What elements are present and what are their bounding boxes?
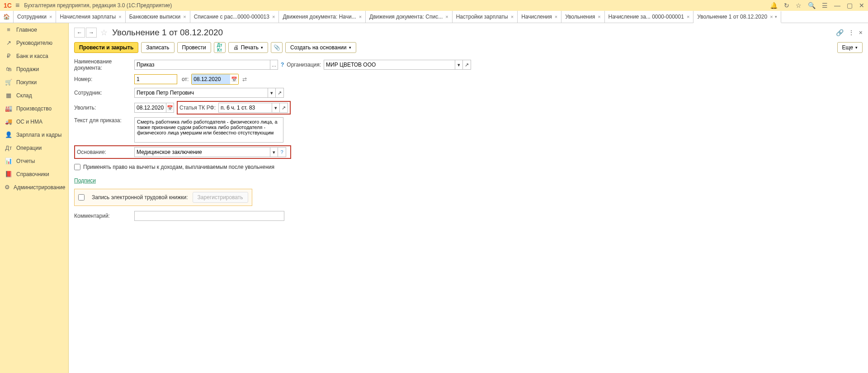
gear-icon: ⚙ (5, 184, 10, 191)
order-text-input[interactable] (134, 117, 283, 143)
doc-name-label: Наименование документа: (74, 58, 134, 71)
doc-name-input[interactable] (134, 60, 270, 70)
chevron-down-icon[interactable]: ▾ (270, 147, 278, 157)
close-icon[interactable]: ✕ (859, 2, 864, 9)
chevron-down-icon[interactable]: ▾ (455, 60, 463, 70)
close-icon[interactable]: × (49, 14, 52, 19)
article-input[interactable] (218, 103, 272, 113)
org-input[interactable] (324, 60, 455, 70)
sidebar-item-assets[interactable]: 🚚ОС и НМА (0, 115, 68, 128)
history-icon[interactable]: ↻ (784, 2, 789, 9)
doc-title: Увольнение 1 от 08.12.2020 (112, 28, 836, 38)
close-icon[interactable]: × (272, 14, 275, 19)
elec-record-label: Запись электронной трудовой книжки: (92, 194, 188, 201)
close-icon[interactable]: × (770, 14, 773, 19)
bell-icon[interactable]: 🔔 (770, 2, 778, 9)
sidebar-item-sales[interactable]: 🛍Продажи (0, 62, 68, 76)
forward-button[interactable]: → (86, 28, 97, 38)
help-icon[interactable]: ? (281, 62, 284, 68)
print-button[interactable]: 🖨Печать▾ (228, 42, 268, 53)
close-icon[interactable]: × (598, 14, 600, 19)
signatures-link[interactable]: Подписи (74, 177, 96, 184)
tabs-bar: 🏠 Сотрудники× Начисления зарплаты× Банко… (0, 11, 868, 23)
help-icon[interactable]: ? (278, 147, 286, 157)
sidebar-item-reports[interactable]: 📊Отчеты (0, 154, 68, 167)
create-based-button[interactable]: Создать на основании▾ (285, 42, 356, 53)
chevron-down-icon[interactable]: ▾ (775, 14, 777, 19)
number-input[interactable] (134, 74, 177, 84)
open-icon[interactable]: ↗ (280, 103, 288, 113)
tab-dismissal-doc[interactable]: Увольнение 1 от 08.12.2020×▾ (693, 11, 781, 23)
home-tab[interactable]: 🏠 (0, 11, 14, 23)
open-icon[interactable]: ↗ (276, 88, 284, 98)
post-and-close-button[interactable]: Провести и закрыть (74, 42, 138, 53)
minimize-icon[interactable]: — (834, 2, 840, 9)
save-button[interactable]: Записать (141, 42, 174, 53)
sidebar-item-admin[interactable]: ⚙Администрирование (0, 181, 68, 194)
search-icon[interactable]: 🔍 (808, 2, 816, 9)
sidebar-item-purchases[interactable]: 🛒Покупки (0, 76, 68, 89)
tab-employees[interactable]: Сотрудники× (14, 11, 56, 23)
order-text-label: Текст для приказа: (74, 117, 134, 124)
calendar-icon[interactable]: 📅 (230, 74, 238, 84)
tab-dismissals[interactable]: Увольнения× (561, 11, 604, 23)
close-icon[interactable]: × (511, 14, 514, 19)
open-icon[interactable]: ↗ (463, 60, 471, 70)
close-icon[interactable]: × (445, 14, 448, 19)
close-icon[interactable]: × (687, 14, 689, 19)
tab-salary-settings[interactable]: Настройки зарплаты× (453, 11, 518, 23)
kebab-icon[interactable]: ⋮ (848, 29, 854, 36)
chevron-down-icon[interactable]: ▾ (272, 103, 280, 113)
maximize-icon[interactable]: ▢ (847, 2, 853, 9)
tab-accrual-doc[interactable]: Начисление за... 0000-000001× (605, 11, 694, 23)
back-button[interactable]: ← (74, 28, 85, 38)
chevron-down-icon[interactable]: ▾ (268, 88, 276, 98)
sidebar-item-warehouse[interactable]: ▦Склад (0, 89, 68, 102)
tab-bank[interactable]: Банковские выписки× (126, 11, 190, 23)
link-icon[interactable]: 🔗 (836, 29, 844, 36)
ellipsis-icon[interactable]: … (270, 60, 278, 70)
sidebar-item-references[interactable]: 📕Справочники (0, 167, 68, 181)
register-button[interactable]: Зарегистрировать (193, 192, 248, 203)
close-icon[interactable]: × (183, 14, 186, 19)
favorite-icon[interactable]: ☆ (100, 28, 108, 38)
calendar-icon[interactable]: 📅 (166, 103, 174, 113)
post-button[interactable]: Провести (177, 42, 211, 53)
dismiss-date-input[interactable] (134, 103, 166, 113)
date-input[interactable] (192, 74, 230, 84)
sidebar-item-operations[interactable]: ДтОперации (0, 141, 68, 154)
basis-input[interactable] (134, 147, 270, 157)
org-label: Организация: (287, 62, 321, 68)
sidebar-item-bank[interactable]: ₽Банк и касса (0, 49, 68, 62)
menu-icon: ≡ (5, 26, 13, 33)
tab-payroll[interactable]: Начисления зарплаты× (56, 11, 125, 23)
star-icon[interactable]: ☆ (796, 2, 802, 9)
settings-icon[interactable]: ☰ (822, 2, 828, 9)
sidebar-item-main[interactable]: ≡Главное (0, 23, 68, 36)
app-logo: 1С (4, 2, 12, 9)
sidebar-item-production[interactable]: 🏭Производство (0, 102, 68, 115)
sidebar-item-hr[interactable]: 👤Зарплата и кадры (0, 128, 68, 141)
close-icon[interactable]: × (118, 14, 121, 19)
close-icon[interactable]: × (359, 14, 362, 19)
sidebar-item-manager[interactable]: ↗Руководителю (0, 36, 68, 49)
printer-icon: 🖨 (233, 44, 239, 51)
comment-input[interactable] (134, 211, 284, 221)
factory-icon: 🏭 (5, 105, 13, 112)
arrows-icon[interactable]: ⇄ (242, 76, 247, 82)
elec-record-checkbox[interactable] (78, 194, 85, 201)
close-panel-icon[interactable]: × (859, 29, 863, 36)
employee-input[interactable] (134, 88, 268, 98)
chart-icon: ↗ (5, 39, 13, 46)
close-icon[interactable]: × (555, 14, 557, 19)
person-icon: 👤 (5, 131, 13, 138)
tab-moves2[interactable]: Движения документа: Спис...× (366, 11, 453, 23)
tab-moves1[interactable]: Движения документа: Начи...× (279, 11, 366, 23)
tab-accruals[interactable]: Начисления× (518, 11, 561, 23)
deductions-checkbox[interactable] (74, 164, 80, 170)
more-button[interactable]: Еще▾ (837, 42, 863, 53)
tab-writeoff[interactable]: Списание с рас...0000-000013× (190, 11, 279, 23)
hamburger-icon[interactable]: ≡ (15, 1, 19, 10)
dt-kt-button[interactable]: ДтКт (214, 42, 226, 53)
attach-button[interactable]: 📎 (271, 42, 283, 53)
